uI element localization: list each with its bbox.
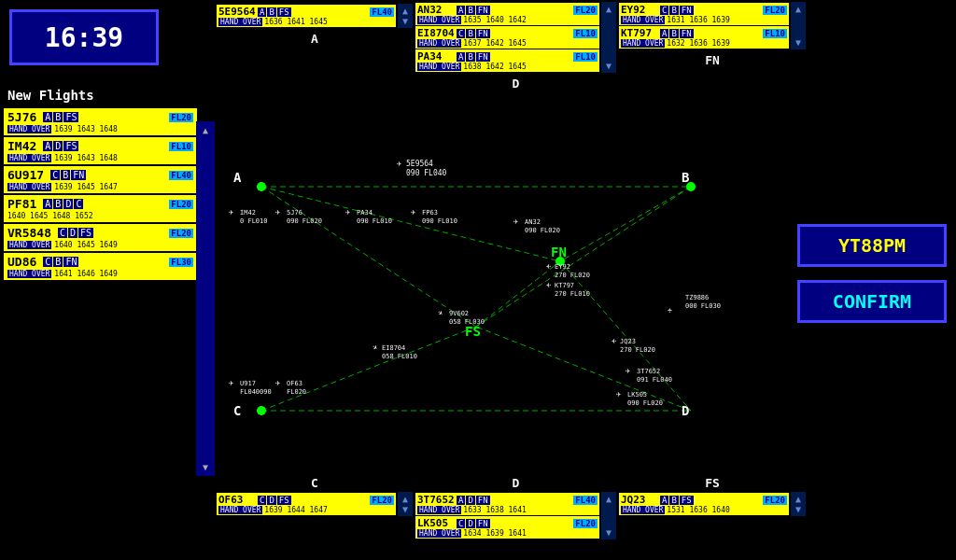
fn-scroll-up[interactable]: ▲ [795,4,801,14]
flight-card-PF81[interactable]: PF81 ABDC FL20 1640 1645 1648 1652 [4,195,197,222]
fn-scroll-down[interactable]: ▼ [795,37,801,48]
svg-text:✈: ✈ [665,307,674,313]
strip-col: FN [680,29,694,38]
fn-strip-scrollbar[interactable]: ▲ ▼ [791,2,806,49]
strip-id: OF63 [218,494,256,506]
strip-id: EI8704 [417,27,455,39]
flight-id: IM42 [7,139,36,153]
svg-text:270 FL010: 270 FL010 [555,290,590,298]
strip-KT797[interactable]: KT797 ABFN FL10 HAND OVER 1632 1636 1639 [619,26,789,49]
clock-display: 16:39 [9,9,159,65]
scroll-down-arrow[interactable]: ▼ [203,462,208,472]
a-strips-list: 5E9564 ABFS FL40 HAND OVER 1636 1641 164… [217,4,396,28]
strip-col: A [660,29,668,38]
flight-times: 1639 1643 1648 [54,125,117,133]
col-header: FN [63,257,78,267]
handover-label: HAND OVER [7,183,51,191]
confirm-button[interactable]: CONFIRM [797,280,947,323]
strip-JQ23[interactable]: JQ23 ABFS FL20 HAND OVER 1531 1636 1640 [619,493,789,515]
col-header: C [58,228,67,238]
flight-card-VR5848[interactable]: VR5848 CDFS FL20 HAND OVER 1640 1645 164… [4,224,197,251]
c-scroll-down[interactable]: ▼ [402,504,408,514]
svg-line-4 [560,187,691,261]
strip-3T7652[interactable]: 3T7652 ADFN FL40 HAND OVER 1633 1638 164… [415,493,599,515]
c-scroll-up[interactable]: ▲ [402,494,408,504]
svg-text:0 FL010: 0 FL010 [240,217,268,225]
yt88pm-button[interactable]: YT88PM [797,224,947,267]
d-bottom-scroll-down[interactable]: ▼ [606,527,612,538]
strip-fl: FL20 [573,6,598,15]
strip-times: 1632 1636 1639 [667,39,729,48]
svg-text:KT797: KT797 [555,282,574,289]
a-strip-scrollbar[interactable]: ▲ ▼ [398,4,413,28]
d-bottom-scroll-up[interactable]: ▲ [606,494,612,504]
flight-times: 1641 1646 1649 [54,270,117,278]
sector-d-label: D [415,77,616,91]
svg-text:090 FL020: 090 FL020 [287,217,322,225]
d-strip-scrollbar[interactable]: ▲ ▼ [601,2,616,73]
left-scroll-bar[interactable]: ▲ ▼ [196,121,215,476]
strip-times: 1639 1644 1647 [264,506,327,514]
svg-text:LK505: LK505 [627,391,647,399]
strip-col: D [267,496,275,505]
col-header: D [63,199,73,209]
svg-text:9V602: 9V602 [449,310,469,317]
strip-PA34[interactable]: PA34 ABFN FL10 HAND OVER 1638 1642 1645 [415,49,599,72]
flight-card-5J76[interactable]: 5J76 ABFS FL20 HAND OVER 1639 1643 1648 [4,108,197,135]
svg-text:090 FL020: 090 FL020 [525,227,560,234]
fs-scroll-down[interactable]: ▼ [795,504,801,514]
col-headers: ABDC [43,199,83,209]
svg-text:✈: ✈ [545,280,551,289]
svg-line-3 [476,187,691,327]
strip-fl: FL40 [370,7,394,17]
strip-col: A [457,6,465,15]
flight-id: PF81 [7,197,36,211]
svg-text:✈: ✈ [513,217,519,226]
svg-point-10 [257,182,266,191]
strip-id: AN32 [417,4,455,16]
flight-times: 1639 1643 1648 [54,154,117,162]
fs-strip-scrollbar[interactable]: ▲ ▼ [791,492,806,516]
d-scroll-down[interactable]: ▼ [606,61,612,71]
svg-text:FL020: FL020 [287,388,306,396]
scroll-up-arrow[interactable]: ▲ [203,125,208,135]
strip-col: FN [476,6,490,15]
svg-text:270 FL020: 270 FL020 [620,346,655,354]
c-strip-scrollbar[interactable]: ▲ ▼ [398,492,413,516]
svg-text:✈: ✈ [275,207,281,217]
d-bottom-strip-scrollbar[interactable]: ▲ ▼ [601,492,616,539]
svg-text:000 FL030: 000 FL030 [685,302,721,310]
strip-fl: FL10 [763,29,787,38]
a-scroll-down[interactable]: ▼ [402,16,408,26]
strip-cols: CBFN [660,6,694,15]
strip-EI8704[interactable]: EI8704 CBFN FL10 HAND OVER 1637 1642 164… [415,26,599,49]
flight-card-6U917[interactable]: 6U917 CBFN FL40 HAND OVER 1639 1645 1647 [4,166,197,193]
col-header: B [53,112,63,122]
strip-id: 3T7652 [417,494,455,506]
d-scroll-up[interactable]: ▲ [606,4,612,14]
flight-card-IM42[interactable]: IM42 ADFS FL10 HAND OVER 1639 1643 1648 [4,137,197,164]
c-strips-list: OF63 CDFS FL20 HAND OVER 1639 1644 1647 [217,492,396,516]
svg-text:FL040090: FL040090 [240,388,272,396]
fs-scroll-up[interactable]: ▲ [795,494,801,504]
strip-5E9564[interactable]: 5E9564 ABFS FL40 HAND OVER 1636 1641 164… [217,5,396,27]
strip-cols: ABFS [258,7,291,17]
svg-text:090 FL010: 090 FL010 [357,217,392,225]
svg-text:PA34: PA34 [357,209,373,217]
strip-OF63[interactable]: OF63 CDFS FL20 HAND OVER 1639 1644 1647 [217,493,396,515]
strip-cols: ABFN [457,6,490,15]
sector-fs-bottom-strips: FS JQ23 ABFS FL20 HAND OVER 1531 1636 16… [619,476,806,558]
strip-AN32[interactable]: AN32 ABFN FL20 HAND OVER 1635 1640 1642 [415,3,599,25]
a-scroll-up[interactable]: ▲ [402,6,408,16]
svg-text:✈: ✈ [545,261,551,271]
svg-text:IM42: IM42 [240,209,256,217]
strip-LK505[interactable]: LK505 CDFN FL20 HAND OVER 1634 1639 1641 [415,516,599,539]
strip-id: PA34 [417,50,455,63]
strip-id: EY92 [621,4,658,16]
sector-fn-strips: EY92 CBFN FL20 HAND OVER 1631 1636 1639 … [619,2,806,121]
svg-text:EI8704: EI8704 [382,344,405,352]
svg-text:5E9564: 5E9564 [406,160,433,168]
strip-EY92[interactable]: EY92 CBFN FL20 HAND OVER 1631 1636 1639 [619,3,789,25]
flight-card-UD86[interactable]: UD86 CBFN FL30 HAND OVER 1641 1646 1649 [4,253,197,280]
strip-col: B [267,7,275,17]
